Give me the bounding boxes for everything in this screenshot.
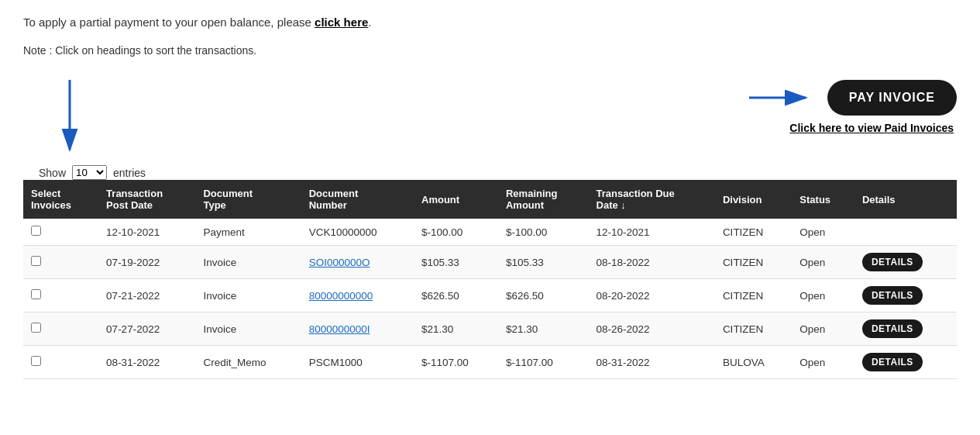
col-remaining-amount[interactable]: RemainingAmount [498, 180, 589, 219]
doc-number: VCK10000000 [301, 219, 414, 246]
col-transaction-due-date[interactable]: Transaction DueDate ↓ [589, 180, 715, 219]
table-row: 07-21-2022Invoice80000000000$626.50$626.… [23, 279, 957, 312]
division: CITIZEN [715, 219, 792, 246]
status: Open [792, 246, 854, 279]
doc-number-link[interactable]: 80000000000 [309, 290, 373, 302]
col-select-invoices[interactable]: SelectInvoices [23, 180, 98, 219]
invoices-table-wrapper: SelectInvoices TransactionPost Date Docu… [23, 180, 957, 379]
doc-number-link[interactable]: 8000000000I [309, 323, 370, 335]
doc-type: Invoice [195, 246, 301, 279]
post-date: 08-31-2022 [98, 346, 195, 379]
division: CITIZEN [715, 246, 792, 279]
division: BULOVA [715, 346, 792, 379]
status: Open [792, 346, 854, 379]
col-details[interactable]: Details [854, 180, 957, 219]
doc-number: 80000000000 [301, 279, 414, 312]
status: Open [792, 312, 854, 346]
details-button[interactable]: DETAILS [862, 353, 923, 371]
post-date: 12-10-2021 [98, 219, 195, 246]
table-row: 12-10-2021PaymentVCK10000000$-100.00$-10… [23, 219, 957, 246]
division: CITIZEN [715, 312, 792, 346]
post-date: 07-27-2022 [98, 312, 195, 346]
amount: $-1107.00 [414, 346, 498, 379]
row-checkbox[interactable] [31, 289, 41, 299]
due-date: 08-20-2022 [589, 279, 715, 312]
doc-type: Payment [195, 219, 301, 246]
details-button[interactable]: DETAILS [862, 253, 923, 271]
click-here-link[interactable]: click here [315, 16, 368, 29]
right-arrow-icon [745, 86, 815, 109]
row-checkbox[interactable] [31, 256, 41, 266]
details-button[interactable]: DETAILS [862, 319, 923, 338]
diagonal-arrow-icon [39, 72, 124, 173]
doc-type: Credit_Memo [195, 346, 301, 379]
due-date: 08-31-2022 [589, 346, 715, 379]
division: CITIZEN [715, 279, 792, 312]
row-checkbox[interactable] [31, 356, 41, 366]
doc-type: Invoice [195, 312, 301, 346]
due-date: 08-26-2022 [589, 312, 715, 346]
amount: $-100.00 [414, 219, 498, 246]
col-document-type[interactable]: DocumentType [195, 180, 301, 219]
doc-number: SOI000000O [301, 246, 414, 279]
doc-number: 8000000000I [301, 312, 414, 346]
remaining-amount: $-1107.00 [498, 346, 589, 379]
doc-number-link[interactable]: SOI000000O [309, 257, 370, 268]
due-date: 08-18-2022 [589, 246, 715, 279]
note-text: Note : Click on headings to sort the tra… [23, 44, 957, 57]
post-date: 07-19-2022 [98, 246, 195, 279]
table-row: 07-19-2022InvoiceSOI000000O$105.33$105.3… [23, 246, 957, 279]
doc-type: Invoice [195, 279, 301, 312]
amount: $626.50 [414, 279, 498, 312]
pay-invoice-button[interactable]: PAY INVOICE [827, 80, 957, 116]
col-status[interactable]: Status [792, 180, 854, 219]
row-checkbox[interactable] [31, 226, 41, 236]
due-date: 12-10-2021 [589, 219, 715, 246]
remaining-amount: $-100.00 [498, 219, 589, 246]
details-button[interactable]: DETAILS [862, 286, 923, 305]
remaining-amount: $626.50 [498, 279, 589, 312]
table-row: 07-27-2022Invoice8000000000I$21.30$21.30… [23, 312, 957, 346]
col-transaction-post-date[interactable]: TransactionPost Date [98, 180, 195, 219]
invoices-table: SelectInvoices TransactionPost Date Docu… [23, 180, 957, 379]
status: Open [792, 219, 854, 246]
top-message: To apply a partial payment to your open … [23, 16, 957, 29]
amount: $105.33 [414, 246, 498, 279]
amount: $21.30 [414, 312, 498, 346]
details-empty [854, 219, 957, 246]
col-document-number[interactable]: DocumentNumber [301, 180, 414, 219]
table-row: 08-31-2022Credit_MemoPSCM1000$-1107.00$-… [23, 346, 957, 379]
col-division[interactable]: Division [715, 180, 792, 219]
doc-number: PSCM1000 [301, 346, 414, 379]
col-amount[interactable]: Amount [414, 180, 498, 219]
row-checkbox[interactable] [31, 323, 41, 333]
remaining-amount: $105.33 [498, 246, 589, 279]
post-date: 07-21-2022 [98, 279, 195, 312]
status: Open [792, 279, 854, 312]
paid-invoices-link[interactable]: Click here to view Paid Invoices [789, 122, 954, 134]
remaining-amount: $21.30 [498, 312, 589, 346]
